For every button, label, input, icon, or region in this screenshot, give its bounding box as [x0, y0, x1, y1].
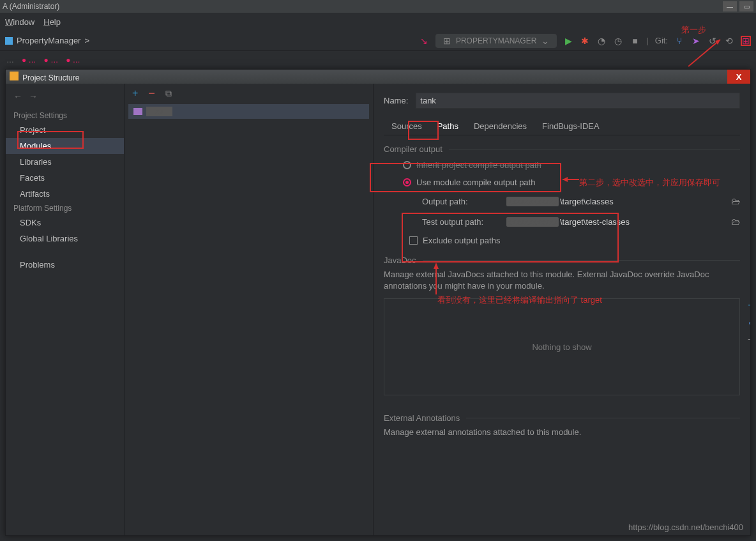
breadcrumb-project[interactable]: PropertyManager [17, 36, 80, 45]
browse-icon[interactable]: 🗁 [731, 196, 740, 206]
browse-icon[interactable]: 🗁 [731, 217, 740, 227]
maximize-button[interactable]: ▭ [739, 1, 753, 11]
sidebar-item-problems[interactable]: Problems [6, 257, 124, 273]
breadcrumb-sep: > [84, 36, 89, 45]
remove-module-icon[interactable]: − [148, 87, 155, 100]
output-path-label: Output path: [422, 197, 499, 206]
test-output-path-row: Test output path: xxxxxxxxxxxx\target\te… [384, 211, 740, 232]
radio-use-module[interactable]: Use module compile output path [384, 174, 740, 191]
module-entry[interactable]: xx [128, 104, 369, 119]
ext-annotations-desc: Manage external annotations attached to … [384, 427, 740, 438]
menu-window[interactable]: Window [5, 17, 34, 27]
add-module-icon[interactable]: + [132, 88, 138, 99]
branch-icon[interactable]: ⑂ [674, 36, 684, 46]
name-label: Name: [384, 96, 408, 105]
radio-inherit-label: Inherit project compile output path [416, 160, 541, 170]
tab-dependencies[interactable]: Dependencies [466, 118, 534, 135]
editor-tabs: … ● … ● … ● … [0, 51, 756, 69]
module-folder-icon [133, 108, 142, 115]
radio-icon [403, 161, 411, 169]
ext-annotations-title: External Annotations [384, 413, 740, 423]
watermark: https://blog.csdn.net/benchi400 [628, 522, 743, 532]
tab-paths[interactable]: Paths [430, 118, 466, 135]
menu-help[interactable]: Help [43, 17, 61, 27]
editor-tab[interactable]: ● … [22, 56, 36, 65]
hammer-icon[interactable]: ↘ [419, 36, 429, 46]
chevron-down-icon: ⌄ [540, 36, 550, 46]
os-titlebar: A (Administrator) — ▭ [0, 0, 756, 13]
sidebar-item-modules[interactable]: Modules [6, 138, 124, 154]
run-icon[interactable]: ▶ [563, 36, 573, 46]
javadoc-desc: Manage external JavaDocs attached to thi… [384, 269, 740, 292]
editor-tab[interactable]: … [6, 56, 14, 65]
sidebar-item-project[interactable]: Project [6, 122, 124, 138]
git-label: Git: [655, 36, 668, 45]
sidebar-item-facets[interactable]: Facets [6, 170, 124, 186]
sidebar-section: Platform Settings [6, 202, 124, 215]
tab-findbugs[interactable]: FindBugs-IDEA [534, 118, 607, 135]
module-details: Name: tank Sources Paths Dependencies Fi… [374, 84, 750, 535]
editor-tab[interactable]: ● … [66, 56, 80, 65]
sidebar-item-artifacts[interactable]: Artifacts [6, 186, 124, 202]
revert-icon[interactable]: ⟲ [724, 36, 734, 46]
test-output-path-label: Test output path: [422, 217, 499, 227]
sidebar-item-sdks[interactable]: SDKs [6, 215, 124, 231]
run-config-label: PROPERTYMANAGER [456, 36, 536, 45]
dialog-titlebar: Project Structure X [6, 70, 750, 84]
sidebar-item-libraries[interactable]: Libraries [6, 154, 124, 170]
copy-module-icon[interactable]: ⧉ [165, 88, 172, 99]
javadoc-list: Nothing to show + ⚭ − [384, 298, 740, 395]
dialog-icon [10, 72, 19, 80]
link-icon[interactable]: ⚭ [748, 319, 750, 328]
module-tabs: Sources Paths Dependencies FindBugs-IDEA [384, 118, 740, 135]
forward-icon[interactable]: → [29, 91, 38, 102]
exclude-output-checkbox[interactable]: Exclude output paths [384, 232, 740, 249]
output-path-input[interactable]: xxxxxxxxxxxx\target\classes [506, 197, 723, 206]
settings-sidebar: ← → Project Settings Project Modules Lib… [6, 84, 125, 535]
coverage-icon[interactable]: ◔ [596, 36, 607, 46]
tab-sources[interactable]: Sources [384, 118, 430, 135]
project-structure-dialog: Project Structure X ← → Project Settings… [5, 69, 751, 536]
run-config-selector[interactable]: ⊞ PROPERTYMANAGER ⌄ [435, 34, 557, 48]
dialog-title: Project Structure [22, 73, 79, 82]
radio-icon [403, 178, 411, 187]
profile-icon[interactable]: ◷ [613, 36, 623, 46]
back-icon[interactable]: ← [13, 91, 22, 102]
sidebar-section: Project Settings [6, 109, 124, 122]
commit-icon[interactable]: ➤ [691, 36, 701, 46]
exclude-label: Exclude output paths [423, 236, 500, 245]
module-name-blurred: xx [146, 107, 172, 116]
checkbox-icon [409, 236, 418, 245]
menubar: Window Help [0, 13, 756, 31]
radio-use-label: Use module compile output path [416, 178, 535, 187]
close-button[interactable]: X [727, 70, 750, 84]
minimize-button[interactable]: — [723, 1, 737, 11]
output-path-row: Output path: xxxxxxxxxxxx\target\classes… [384, 191, 740, 211]
test-output-path-input[interactable]: xxxxxxxxxxxx\target\test-classes [506, 217, 723, 227]
run-config-icon: ⊞ [442, 36, 452, 46]
project-icon [5, 37, 13, 45]
os-title: A (Administrator) [3, 2, 59, 11]
radio-inherit[interactable]: Inherit project compile output path [384, 156, 740, 174]
javadoc-title: JavaDoc [384, 255, 740, 265]
javadoc-empty: Nothing to show [532, 342, 591, 352]
module-list: + − ⧉ xx [125, 84, 374, 535]
project-structure-icon[interactable]: ⊞ [741, 36, 751, 46]
history-icon[interactable]: ↺ [707, 36, 718, 46]
stop-icon[interactable]: ■ [630, 36, 640, 46]
compiler-output-title: Compiler output [384, 144, 740, 154]
debug-icon[interactable]: ✱ [580, 36, 590, 46]
editor-tab[interactable]: ● … [44, 56, 59, 65]
sidebar-item-global-libraries[interactable]: Global Libraries [6, 231, 124, 247]
add-icon[interactable]: + [748, 299, 750, 312]
name-input[interactable]: tank [416, 93, 740, 109]
breadcrumb-toolbar: PropertyManager > ↘ ⊞ PROPERTYMANAGER ⌄ … [0, 31, 756, 51]
remove-icon[interactable]: − [748, 335, 750, 344]
